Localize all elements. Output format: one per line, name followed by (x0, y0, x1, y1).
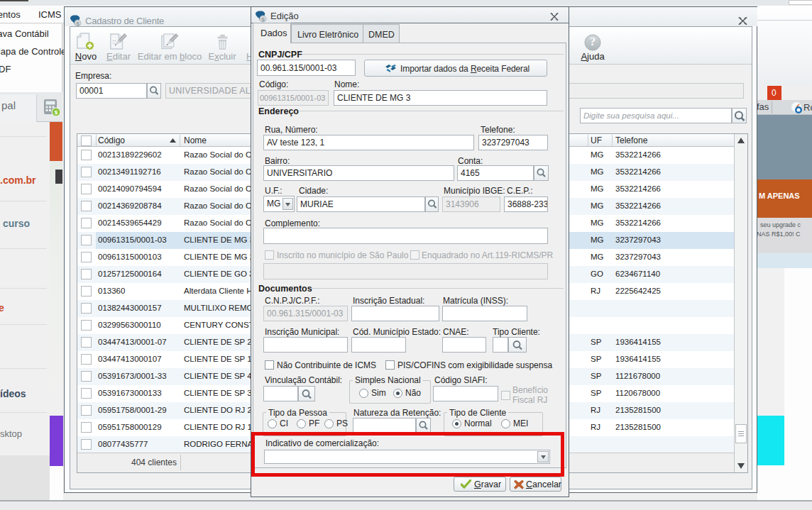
svg-text:S: S (76, 21, 79, 26)
svg-text:?: ? (590, 35, 596, 48)
svg-text:S: S (261, 17, 265, 22)
svg-text:$: $ (55, 109, 58, 116)
